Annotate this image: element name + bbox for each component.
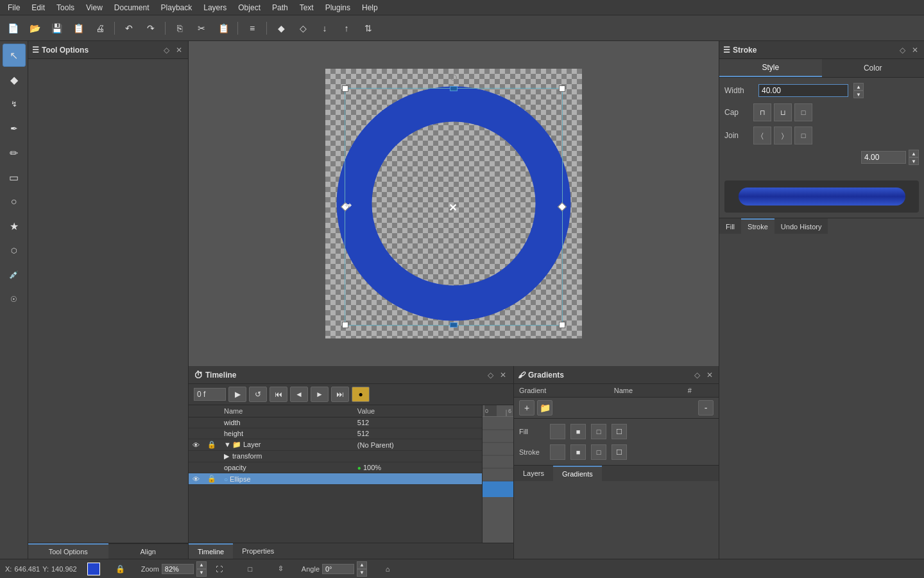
join-value-input[interactable] xyxy=(861,151,906,164)
angle-up[interactable]: ▲ xyxy=(357,561,367,569)
gradients-pin[interactable]: ◇ xyxy=(692,370,702,380)
menu-path[interactable]: Path xyxy=(267,2,293,13)
status-btn-1[interactable]: □ xyxy=(240,560,261,578)
zoom-input[interactable] xyxy=(162,564,194,574)
width-down[interactable]: ▼ xyxy=(853,91,864,98)
fill-btn-1[interactable]: ■ xyxy=(570,424,586,439)
eye-icon[interactable]: 👁 xyxy=(193,441,200,449)
pen-tool[interactable]: ✒ xyxy=(3,117,26,140)
zoom-fit[interactable]: ⛶ xyxy=(209,560,230,578)
tab-timeline[interactable]: Timeline xyxy=(189,543,233,559)
fill-color-swatch[interactable] xyxy=(550,424,565,439)
menu-object[interactable]: Object xyxy=(233,2,266,13)
stroke-color-swatch[interactable] xyxy=(550,444,565,460)
pencil-tool[interactable]: ✏ xyxy=(3,141,26,164)
remove-gradient-button[interactable]: - xyxy=(698,400,714,416)
next-frame-button[interactable]: ► xyxy=(311,387,329,402)
expand-layer[interactable]: ▼ xyxy=(224,441,231,448)
3d-box-tool[interactable]: ⬡ xyxy=(3,239,26,262)
stroke-btn-2[interactable]: □ xyxy=(591,444,606,460)
spray-tool[interactable]: ☉ xyxy=(3,288,26,311)
dropper-tool[interactable]: 💉 xyxy=(3,263,26,286)
tab-stroke-bottom[interactable]: Stroke xyxy=(741,218,774,234)
canvas-area[interactable]: ✕ ⬌ xyxy=(189,41,719,366)
prev-frame-button[interactable]: ◄ xyxy=(290,387,308,402)
loop-button[interactable]: ↺ xyxy=(249,387,267,402)
rect-tool[interactable]: ▭ xyxy=(3,166,26,189)
join-value-down[interactable]: ▼ xyxy=(909,157,919,165)
eye-icon[interactable]: 👁 xyxy=(193,475,200,483)
ellipse-tool[interactable]: ○ xyxy=(3,190,26,213)
undo-button[interactable]: ↶ xyxy=(119,19,139,37)
width-input[interactable] xyxy=(758,84,848,97)
color-indicator[interactable] xyxy=(87,563,100,575)
keyframe-button[interactable]: ● xyxy=(352,387,370,402)
cap-butt[interactable]: ⊓ xyxy=(753,103,771,121)
tool-options-close[interactable]: ✕ xyxy=(174,45,184,55)
save-button[interactable]: 💾 xyxy=(46,19,67,37)
redo-button[interactable]: ↷ xyxy=(141,19,161,37)
add-gradient-button[interactable]: + xyxy=(519,400,535,416)
timeline-pin[interactable]: ◇ xyxy=(486,370,495,380)
node-btn-2[interactable]: ◇ xyxy=(293,19,313,37)
status-lock-btn[interactable]: 🔒 xyxy=(110,560,131,578)
open-button[interactable]: 📂 xyxy=(24,19,45,37)
width-up[interactable]: ▲ xyxy=(853,83,864,91)
start-button[interactable]: ⏮ xyxy=(270,387,287,402)
paste-button[interactable]: 📋 xyxy=(213,19,234,37)
fill-btn-2[interactable]: □ xyxy=(591,424,606,439)
tab-properties[interactable]: Properties xyxy=(233,543,283,559)
menu-tools[interactable]: Tools xyxy=(51,2,80,13)
lock-icon[interactable]: 🔒 xyxy=(207,475,216,482)
canvas-bg[interactable]: ✕ ⬌ xyxy=(325,69,582,338)
join-value-up[interactable]: ▲ xyxy=(909,150,919,157)
join-bevel[interactable]: □ xyxy=(794,127,812,144)
menu-document[interactable]: Document xyxy=(109,2,155,13)
menu-playback[interactable]: Playback xyxy=(156,2,198,13)
menu-edit[interactable]: Edit xyxy=(26,2,50,13)
status-btn-3[interactable]: ⌂ xyxy=(377,560,398,578)
menu-layers[interactable]: Layers xyxy=(198,2,232,13)
save-as-button[interactable]: 📋 xyxy=(68,19,89,37)
tool-options-pin[interactable]: ◇ xyxy=(162,45,171,55)
zoom-down[interactable]: ▼ xyxy=(196,569,207,577)
menu-text[interactable]: Text xyxy=(295,2,319,13)
menu-help[interactable]: Help xyxy=(357,2,383,13)
angle-down[interactable]: ▼ xyxy=(357,569,367,577)
menu-file[interactable]: File xyxy=(3,2,25,13)
cap-round[interactable]: ⊔ xyxy=(774,103,792,121)
tweak-tool[interactable]: ↯ xyxy=(3,92,26,116)
tab-undo-history[interactable]: Undo History xyxy=(774,218,828,234)
gradients-close[interactable]: ✕ xyxy=(705,370,715,380)
stroke-pin[interactable]: ◇ xyxy=(898,45,907,55)
print-button[interactable]: 🖨 xyxy=(90,19,110,37)
menu-plugins[interactable]: Plugins xyxy=(320,2,355,13)
menu-view[interactable]: View xyxy=(81,2,108,13)
tab-align[interactable]: Align xyxy=(108,543,189,559)
tab-gradients[interactable]: Gradients xyxy=(553,466,602,481)
tab-layers[interactable]: Layers xyxy=(514,466,553,481)
timeline-close[interactable]: ✕ xyxy=(498,370,508,380)
cap-square[interactable]: □ xyxy=(794,103,812,121)
copy-button[interactable]: ⎘ xyxy=(169,19,190,37)
star-tool[interactable]: ★ xyxy=(3,215,26,238)
tab-tool-options[interactable]: Tool Options xyxy=(28,543,108,559)
node-edit-tool[interactable]: ◆ xyxy=(3,68,26,91)
fill-btn-3[interactable]: ☐ xyxy=(612,424,627,439)
node-btn-1[interactable]: ◆ xyxy=(271,19,291,37)
play-button[interactable]: ▶ xyxy=(228,387,246,402)
expand-transform[interactable]: ▶ xyxy=(224,452,229,460)
folder-gradient-button[interactable]: 📁 xyxy=(537,400,552,416)
select-tool[interactable]: ↖ xyxy=(3,44,26,67)
new-button[interactable]: 📄 xyxy=(3,19,23,37)
frame-input[interactable] xyxy=(194,388,226,401)
stroke-close[interactable]: ✕ xyxy=(910,45,920,55)
tab-fill[interactable]: Fill xyxy=(719,218,741,234)
stroke-btn-3[interactable]: ☐ xyxy=(612,444,627,460)
tab-style[interactable]: Style xyxy=(719,59,822,77)
join-round[interactable]: 〉 xyxy=(774,127,792,144)
angle-input[interactable] xyxy=(322,564,354,574)
zoom-up[interactable]: ▲ xyxy=(196,561,207,569)
node-btn-3[interactable]: ↓ xyxy=(314,19,335,37)
lock-icon[interactable]: 🔒 xyxy=(207,441,216,448)
